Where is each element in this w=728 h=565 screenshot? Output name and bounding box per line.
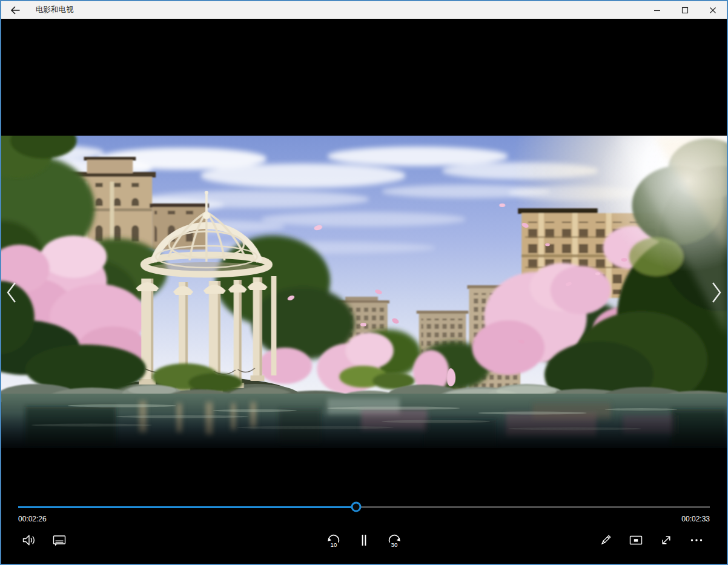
total-time: 00:02:33 — [681, 515, 710, 523]
subtitles-button[interactable] — [47, 528, 71, 552]
window-controls — [643, 1, 727, 19]
elapsed-time: 00:02:26 — [18, 515, 47, 523]
edit-button[interactable] — [594, 528, 618, 552]
minimize-icon — [654, 7, 661, 14]
previous-button[interactable] — [4, 280, 22, 305]
maximize-button[interactable] — [671, 1, 699, 19]
seek-bar[interactable] — [18, 502, 710, 512]
chevron-left-icon — [4, 280, 22, 305]
skip-forward-label: 30 — [391, 541, 398, 548]
movies-tv-window: 电影和电视 — [0, 0, 728, 565]
next-button[interactable] — [706, 280, 724, 305]
ellipsis-icon — [689, 533, 704, 547]
volume-icon — [22, 533, 36, 547]
left-control-group — [17, 528, 71, 552]
forward-30-icon: 30 — [386, 532, 402, 548]
picture-in-picture-icon — [629, 533, 643, 547]
mini-player-button[interactable] — [624, 528, 648, 552]
subtitles-icon — [52, 533, 67, 547]
rewind-10-icon: 10 — [326, 532, 342, 548]
video-scene — [1, 136, 727, 448]
close-button[interactable] — [699, 1, 727, 19]
back-button[interactable] — [1, 1, 29, 19]
maximize-icon — [681, 7, 689, 14]
window-title: 电影和电视 — [36, 5, 74, 15]
seek-progress — [18, 506, 356, 508]
skip-forward-30-button[interactable]: 30 — [382, 528, 406, 552]
titlebar: 电影和电视 — [1, 1, 727, 19]
minimize-button[interactable] — [643, 1, 671, 19]
more-options-button[interactable] — [684, 528, 709, 552]
fullscreen-icon — [659, 533, 673, 547]
fullscreen-button[interactable] — [654, 528, 678, 552]
pencil-icon — [598, 533, 613, 547]
seek-thumb[interactable] — [351, 502, 362, 512]
pause-icon — [357, 533, 371, 547]
pause-button[interactable] — [352, 528, 376, 552]
volume-button[interactable] — [17, 528, 41, 552]
video-player: 00:02:26 00:02:33 — [1, 19, 727, 564]
center-control-group: 10 30 — [322, 528, 406, 552]
skip-back-label: 10 — [331, 541, 337, 548]
close-icon — [709, 7, 716, 14]
video-content[interactable] — [1, 136, 727, 448]
chevron-right-icon — [706, 280, 724, 305]
right-control-group — [594, 528, 709, 552]
back-arrow-icon — [10, 5, 21, 16]
skip-back-10-button[interactable]: 10 — [322, 528, 346, 552]
